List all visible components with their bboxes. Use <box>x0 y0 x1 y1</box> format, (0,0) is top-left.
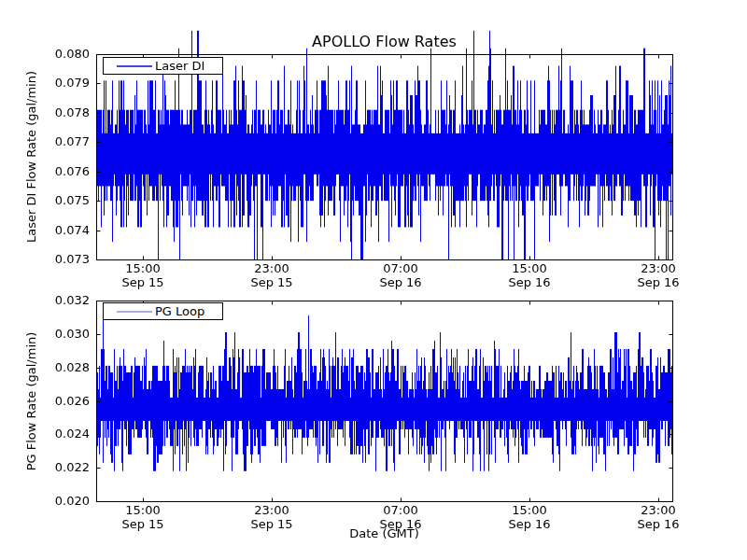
x-tick-label: 15:00Sep 16 <box>485 503 574 531</box>
y-tick-label: 0.079 <box>0 76 90 91</box>
x-tick-date: Sep 16 <box>613 275 703 289</box>
y-tick-label: 0.028 <box>0 360 90 375</box>
legend-line-icon <box>117 311 152 313</box>
chart-title: APOLLO Flow Rates <box>96 33 672 50</box>
y-tick-label: 0.080 <box>0 47 90 62</box>
y-tick-label: 0.022 <box>0 460 90 475</box>
pg-loop-legend: PG Loop <box>103 302 223 320</box>
x-tick-label: 23:00Sep 15 <box>227 503 317 531</box>
y-tick-label: 0.074 <box>0 223 90 238</box>
x-tick-time: 23:00 <box>613 503 703 517</box>
x-tick-time: 15:00 <box>485 261 574 275</box>
laser-di-y-axis-label: Laser DI Flow Rate (gal/min) <box>24 71 38 243</box>
legend-label: Laser DI <box>155 59 204 73</box>
x-tick-label: 15:00Sep 15 <box>98 261 188 289</box>
x-tick-date: Sep 16 <box>613 517 703 531</box>
x-tick-label: 15:00Sep 15 <box>98 503 188 531</box>
legend-label: PG Loop <box>155 304 204 318</box>
x-tick-time: 07:00 <box>356 503 445 517</box>
x-tick-label: 15:00Sep 16 <box>485 261 574 289</box>
y-tick-label: 0.076 <box>0 164 90 179</box>
x-tick-label: 07:00Sep 16 <box>356 503 445 531</box>
x-tick-time: 07:00 <box>356 261 445 275</box>
x-tick-date: Sep 15 <box>98 275 188 289</box>
x-tick-time: 23:00 <box>227 261 317 275</box>
x-tick-date: Sep 16 <box>485 517 574 531</box>
x-tick-date: Sep 15 <box>98 517 188 531</box>
x-tick-date: Sep 16 <box>485 275 574 289</box>
y-tick-label: 0.032 <box>0 293 90 308</box>
x-tick-date: Sep 15 <box>227 517 317 531</box>
x-tick-time: 15:00 <box>98 503 188 517</box>
laser-di-legend: Laser DI <box>103 57 223 75</box>
x-tick-date: Sep 16 <box>356 275 445 289</box>
x-tick-label: 07:00Sep 16 <box>356 261 445 289</box>
y-tick-label: 0.073 <box>0 252 90 267</box>
x-tick-label: 23:00Sep 16 <box>613 503 703 531</box>
y-tick-label: 0.020 <box>0 494 90 509</box>
x-tick-date: Sep 16 <box>356 517 445 531</box>
y-tick-label: 0.075 <box>0 193 90 208</box>
x-tick-label: 23:00Sep 16 <box>613 261 703 289</box>
x-tick-time: 15:00 <box>98 261 188 275</box>
y-tick-label: 0.078 <box>0 105 90 120</box>
x-tick-time: 23:00 <box>227 503 317 517</box>
y-tick-label: 0.024 <box>0 427 90 441</box>
x-tick-date: Sep 15 <box>227 275 317 289</box>
y-tick-label: 0.026 <box>0 394 90 409</box>
y-tick-label: 0.077 <box>0 134 90 149</box>
x-tick-time: 15:00 <box>485 503 574 517</box>
x-tick-time: 23:00 <box>613 261 703 275</box>
x-tick-label: 23:00Sep 15 <box>227 261 317 289</box>
legend-line-icon <box>117 65 152 67</box>
y-tick-label: 0.030 <box>0 327 90 342</box>
figure: APOLLO Flow Rates Laser DI Flow Rate (ga… <box>0 0 747 560</box>
